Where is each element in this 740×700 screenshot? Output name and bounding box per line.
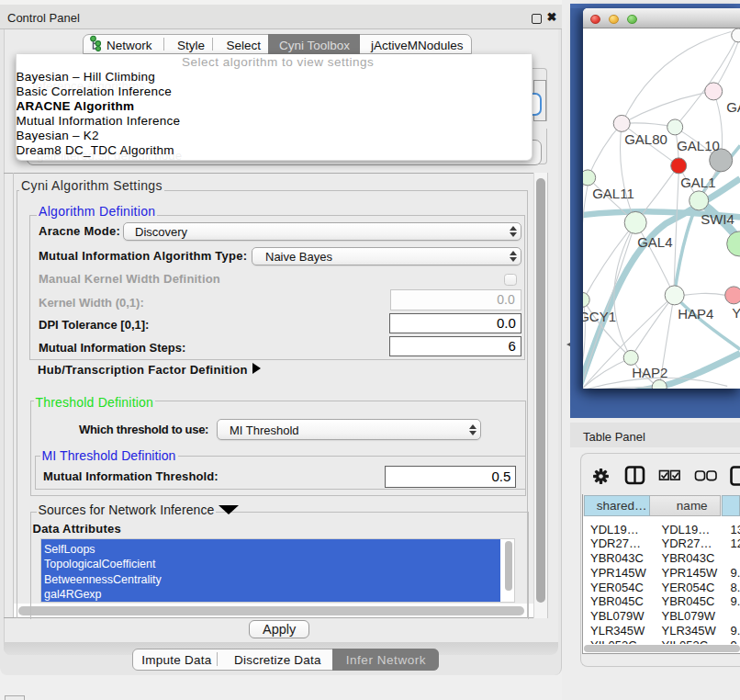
svg-text:GAL4: GAL4 <box>637 234 672 250</box>
svg-text:GAL80: GAL80 <box>624 131 667 147</box>
svg-text:GAL1: GAL1 <box>680 175 715 190</box>
svg-text:GAL11: GAL11 <box>592 186 634 201</box>
svg-text:GAL10: GAL10 <box>677 138 720 153</box>
svg-text:YJ: YJ <box>732 305 740 321</box>
svg-text:HAP4: HAP4 <box>678 306 713 322</box>
svg-text:SWI4: SWI4 <box>701 211 734 227</box>
svg-text:HAP2: HAP2 <box>632 365 667 380</box>
svg-text:GAL7: GAL7 <box>726 99 740 115</box>
svg-text:GCY1: GCY1 <box>583 309 616 324</box>
